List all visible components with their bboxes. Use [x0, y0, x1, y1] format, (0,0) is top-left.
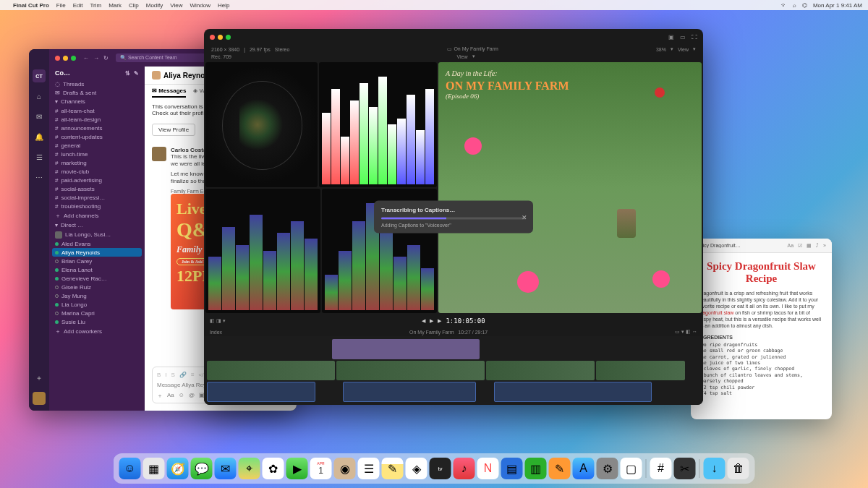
slack-compose-icon[interactable]: ✎	[134, 70, 139, 77]
vectorscope[interactable]	[205, 62, 318, 187]
slack-rail-more-icon[interactable]: ⋯	[33, 171, 46, 184]
dock-fcp-icon[interactable]: ✂	[674, 458, 696, 479]
menu-file[interactable]: File	[56, 2, 66, 9]
dock-notes-icon[interactable]: ✎	[382, 458, 404, 479]
sidebar-dm[interactable]: Genevieve Rac…	[49, 274, 145, 283]
slack-rail-dms-icon[interactable]: ✉	[33, 110, 46, 123]
sidebar-dm[interactable]: Brian Carey	[49, 257, 145, 265]
minimize-window-button[interactable]	[218, 35, 223, 40]
attach-icon[interactable]: ＋	[157, 392, 163, 400]
dock-launchpad-icon[interactable]: ▦	[143, 458, 165, 479]
sidebar-channel[interactable]: # movie-club	[49, 167, 145, 176]
app-name-menu[interactable]: Final Cut Pro	[13, 2, 49, 9]
sidebar-channel[interactable]: # paid-advertising	[49, 176, 145, 184]
maximize-window-button[interactable]	[226, 35, 231, 40]
dock-freeform-icon[interactable]: ◈	[406, 458, 427, 479]
notes-format-icon[interactable]: Aa	[788, 243, 794, 248]
dock-calendar-icon[interactable]: APR1	[310, 458, 332, 479]
slack-back-icon[interactable]: ←	[83, 55, 89, 61]
menu-mark[interactable]: Mark	[109, 2, 122, 9]
sidebar-channel[interactable]: # all-team-design	[49, 115, 145, 124]
timeline[interactable]: Title (Basic Title) Main Shot Farm Foota…	[204, 336, 703, 405]
dock-photos-icon[interactable]: ✿	[263, 458, 284, 479]
sidebar-dm[interactable]: Elena Lanot	[49, 265, 145, 274]
dock-news-icon[interactable]: N	[477, 458, 499, 479]
dock-numbers-icon[interactable]: ▥	[525, 458, 547, 479]
sidebar-dm[interactable]: Jay Mung	[49, 291, 145, 300]
notes-checklist-icon[interactable]: ☑	[798, 243, 802, 249]
wifi-icon[interactable]: ᯤ	[781, 2, 787, 9]
dock-downloads-icon[interactable]: ↓	[704, 458, 726, 479]
viewer-canvas[interactable]: A Day in the Life: ON MY FAMILY FARM (Ep…	[438, 62, 702, 313]
notes-table-icon[interactable]: ▦	[807, 243, 812, 249]
close-window-button[interactable]	[210, 35, 215, 40]
slack-workspace-name[interactable]: Co…	[55, 69, 70, 77]
menu-modify[interactable]: Modify	[146, 2, 163, 9]
control-center-icon[interactable]: ⌬	[802, 2, 807, 9]
sidebar-channel[interactable]: # social-assets	[49, 184, 145, 193]
slack-forward-icon[interactable]: →	[93, 55, 99, 61]
sidebar-channel[interactable]: # social-impressi…	[49, 193, 145, 202]
dock-facetime-icon[interactable]: ▶	[286, 458, 308, 479]
luma-waveform-scope[interactable]	[205, 189, 320, 314]
maximize-window-button[interactable]	[71, 56, 76, 61]
notes-more-icon[interactable]: »	[823, 243, 826, 248]
emoji-icon[interactable]: ☺	[179, 392, 184, 400]
sidebar-dm[interactable]: Gisele Ruiz	[49, 283, 145, 291]
dock-tv-icon[interactable]: tv	[430, 458, 451, 479]
dock-finder-icon[interactable]: ☺	[119, 458, 141, 479]
dock-mail-icon[interactable]: ✉	[215, 458, 237, 479]
dialog-cancel-button[interactable]: ✕	[522, 213, 527, 221]
sidebar-channel[interactable]: # all-team-chat	[49, 106, 145, 115]
dock-settings-icon[interactable]: ⚙	[597, 458, 618, 479]
sidebar-dm[interactable]: Susie Liu	[49, 317, 145, 326]
slack-nav-threads[interactable]: ◌Threads	[49, 80, 145, 88]
menu-view[interactable]: View	[170, 2, 182, 9]
dock-slack-icon[interactable]: #	[650, 458, 672, 479]
timeline-index-button[interactable]: Index	[210, 330, 222, 335]
slack-rail-activity-icon[interactable]: 🔔	[33, 130, 46, 143]
slack-filter-icon[interactable]: ⇅	[125, 70, 130, 77]
notes-content[interactable]: Spicy Dragonfruit Slaw Recipe Dragonfrui…	[691, 253, 832, 404]
dock-iphone-mirroring-icon[interactable]: ▢	[621, 458, 642, 479]
slack-rail-home-icon[interactable]: ⌂	[33, 90, 46, 103]
tab-messages[interactable]: ✉ Messages	[152, 87, 186, 98]
dock-music-icon[interactable]: ♪	[454, 458, 475, 479]
dock-maps-icon[interactable]: ⌖	[239, 458, 260, 479]
slack-nav-drafts[interactable]: ✉Drafts & sent	[49, 88, 145, 97]
minimize-window-button[interactable]	[63, 56, 68, 61]
prev-frame-button[interactable]: ◀	[422, 318, 425, 324]
menu-trim[interactable]: Trim	[90, 2, 101, 9]
avatar[interactable]	[152, 147, 166, 161]
scopes-view-dropdown[interactable]: View	[457, 54, 468, 59]
timeline-tools[interactable]: ▭ ▾ ◧ ↔	[675, 329, 697, 335]
dock-safari-icon[interactable]: 🧭	[167, 458, 189, 479]
dock-pages-icon[interactable]: ✎	[549, 458, 571, 479]
slack-history-icon[interactable]: ↻	[103, 55, 109, 61]
fcp-toolbar-expand-icon[interactable]: ⛶	[692, 34, 697, 40]
dock-keynote-icon[interactable]: ▤	[501, 458, 523, 479]
dock-contacts-icon[interactable]: ◉	[334, 458, 356, 479]
fcp-toolbar-share-icon[interactable]: ▣	[668, 34, 674, 40]
menu-clip[interactable]: Clip	[129, 2, 139, 9]
italic-icon[interactable]: I	[165, 372, 166, 378]
sidebar-channel[interactable]: # general	[49, 141, 145, 150]
sidebar-dm[interactable]: Lia Longo, Susi…	[49, 230, 145, 239]
view-profile-button[interactable]: View Profile	[152, 124, 195, 136]
slack-rail-avatar[interactable]	[33, 392, 46, 405]
list-icon[interactable]: ≡	[191, 372, 195, 378]
play-button[interactable]: ▶	[430, 318, 433, 324]
sidebar-channel[interactable]: # announcements	[49, 124, 145, 132]
dock-trash-icon[interactable]: 🗑	[728, 458, 749, 479]
slack-add-coworkers[interactable]: ＋ Add coworkers	[49, 326, 145, 336]
slack-rail-create-icon[interactable]: ＋	[33, 372, 46, 385]
bold-icon[interactable]: B	[157, 372, 161, 378]
sidebar-channel[interactable]: # troubleshooting	[49, 202, 145, 210]
viewer-view-dropdown[interactable]: View	[678, 47, 689, 52]
sidebar-dm[interactable]: Aled Evans	[49, 239, 145, 248]
slack-workspace-switcher[interactable]: CT	[33, 69, 46, 82]
sidebar-dm-active[interactable]: Aliya Reynolds	[52, 248, 142, 257]
menubar-clock[interactable]: Mon Apr 1 9:41 AM	[813, 2, 862, 9]
strike-icon[interactable]: S	[171, 372, 175, 378]
sidebar-channel[interactable]: # marketing	[49, 158, 145, 167]
